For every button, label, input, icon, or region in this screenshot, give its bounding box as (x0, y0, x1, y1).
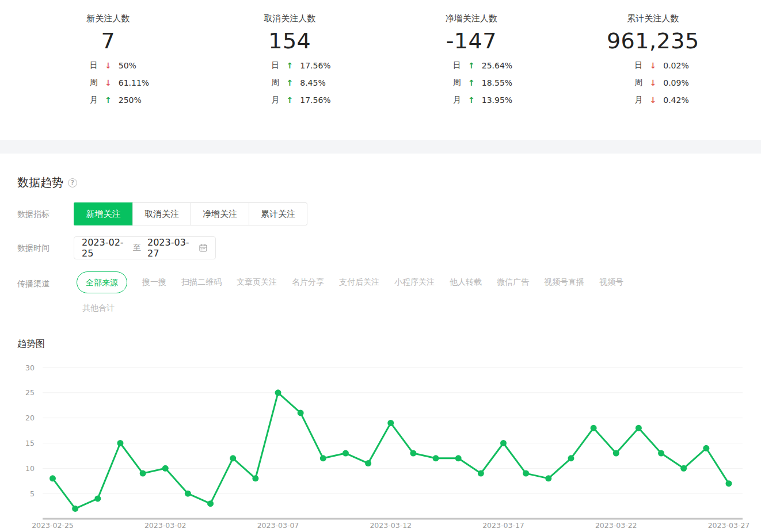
trend-arrow-icon: ↓ (104, 62, 113, 70)
help-icon[interactable]: ? (68, 178, 77, 187)
calendar-icon[interactable] (199, 243, 208, 252)
y-tick-label: 30 (25, 363, 35, 372)
change-value: 17.56% (300, 61, 330, 70)
tab-new-follow[interactable]: 新增关注 (74, 202, 133, 225)
trend-arrow-icon: ↑ (285, 79, 294, 87)
change-value: 0.42% (663, 95, 688, 105)
data-point[interactable] (500, 440, 507, 446)
period-label: 周 (90, 78, 98, 88)
data-point[interactable] (320, 455, 326, 461)
trend-arrow-icon: ↓ (648, 96, 657, 104)
stat-rows: 日 ↑ 25.64% 周 ↑ 18.55% 月 ↑ 13.95% (380, 57, 562, 109)
data-point[interactable] (298, 409, 304, 416)
channel-video[interactable]: 视频号 (599, 277, 623, 288)
trend-arrow-icon: ↓ (648, 79, 657, 87)
data-point[interactable] (230, 455, 236, 461)
data-point[interactable] (117, 440, 123, 446)
period-label: 日 (90, 60, 98, 71)
data-point[interactable] (591, 425, 597, 431)
tab-cumulative[interactable]: 累计关注 (249, 203, 307, 225)
channel-search[interactable]: 搜一搜 (142, 277, 166, 288)
channel-article-page[interactable]: 文章页关注 (237, 277, 277, 288)
data-point[interactable] (252, 475, 258, 481)
change-value: 61.11% (119, 78, 149, 87)
date-start[interactable]: 2023-02-25 (82, 237, 127, 259)
x-tick-label: 2023-03-17 (482, 521, 524, 530)
stat-row-month: 月 ↓ 0.42% (562, 91, 744, 109)
data-point[interactable] (455, 455, 462, 461)
data-point[interactable] (50, 475, 56, 481)
data-point[interactable] (568, 455, 574, 461)
data-point[interactable] (94, 495, 101, 502)
tab-unfollow[interactable]: 取消关注 (132, 203, 191, 225)
data-point[interactable] (387, 420, 394, 426)
data-point[interactable] (545, 475, 551, 481)
data-point[interactable] (185, 491, 191, 497)
period-label: 日 (271, 60, 279, 71)
trend-arrow-icon: ↓ (648, 62, 657, 70)
data-point[interactable] (680, 465, 687, 472)
stat-card-total-followers: 累计关注人数 961,235 日 ↓ 0.02% 周 ↓ 0.09% 月 ↓ 0… (562, 0, 744, 140)
data-point[interactable] (72, 506, 78, 512)
data-point[interactable] (365, 460, 371, 466)
trend-arrow-icon: ↑ (285, 96, 294, 104)
period-label: 日 (453, 60, 461, 71)
channel-others-total[interactable]: 其他合计 (82, 303, 115, 312)
data-point[interactable] (343, 450, 349, 457)
stats-overview: 新关注人数 7 日 ↓ 50% 周 ↓ 61.11% 月 ↑ 250% (0, 0, 761, 140)
change-value: 50% (119, 61, 136, 70)
data-point[interactable] (140, 470, 146, 477)
stat-title: 新关注人数 (17, 13, 199, 24)
metric-row-label: 数据指标 (17, 202, 50, 225)
stat-row-day: 日 ↑ 17.56% (199, 57, 381, 74)
data-point[interactable] (613, 450, 619, 457)
data-point[interactable] (207, 500, 214, 507)
channel-wechat-ad[interactable]: 微信广告 (497, 277, 529, 288)
trend-arrow-icon: ↑ (285, 62, 294, 70)
trend-arrow-icon: ↓ (104, 79, 113, 87)
stat-card-new-followers: 新关注人数 7 日 ↓ 50% 周 ↓ 61.11% 月 ↑ 250% (17, 0, 199, 140)
trend-line (53, 393, 729, 509)
data-point[interactable] (478, 470, 484, 477)
channel-after-payment[interactable]: 支付后关注 (339, 277, 379, 288)
data-point[interactable] (410, 450, 416, 457)
period-label: 月 (634, 95, 642, 105)
data-point[interactable] (636, 425, 642, 431)
channel-qr-scan[interactable]: 扫描二维码 (181, 277, 222, 288)
channel-mini-program[interactable]: 小程序关注 (394, 277, 435, 288)
chart-title: 趋势图 (17, 338, 45, 350)
trend-arrow-icon: ↑ (467, 79, 476, 87)
stat-title: 累计关注人数 (562, 13, 744, 24)
data-point[interactable] (162, 465, 169, 472)
change-value: 25.64% (482, 61, 512, 70)
date-end[interactable]: 2023-03-27 (147, 237, 192, 259)
x-tick-label: 2023-03-07 (257, 521, 299, 530)
change-value: 18.55% (482, 78, 512, 87)
change-value: 13.95% (482, 95, 512, 105)
date-range-picker[interactable]: 2023-02-25 至 2023-03-27 (74, 236, 216, 259)
data-point[interactable] (726, 480, 732, 487)
stat-rows: 日 ↑ 17.56% 周 ↑ 8.45% 月 ↑ 17.56% (199, 57, 381, 109)
y-tick-label: 15 (25, 439, 35, 447)
trend-arrow-icon: ↑ (467, 62, 476, 70)
followers-analytics-page: 新关注人数 7 日 ↓ 50% 周 ↓ 61.11% 月 ↑ 250% (0, 0, 761, 532)
y-tick-label: 20 (25, 414, 35, 422)
y-tick-label: 10 (25, 464, 35, 473)
channel-all-sources[interactable]: 全部来源 (77, 271, 127, 293)
trend-arrow-icon: ↑ (104, 96, 113, 104)
period-label: 周 (271, 78, 279, 88)
data-point[interactable] (433, 455, 439, 461)
data-point[interactable] (523, 470, 529, 477)
stat-value: 7 (17, 28, 199, 54)
channel-video-live[interactable]: 视频号直播 (544, 277, 584, 288)
tab-net-increase[interactable]: 净增关注 (191, 203, 249, 225)
data-point[interactable] (703, 445, 709, 451)
channel-name-card[interactable]: 名片分享 (292, 277, 324, 288)
data-point[interactable] (275, 389, 281, 396)
period-label: 月 (271, 95, 279, 105)
data-point[interactable] (658, 450, 664, 457)
change-value: 0.09% (663, 78, 688, 87)
trend-chart: 510152025302023-02-252023-03-022023-03-0… (0, 357, 761, 532)
stat-row-day: 日 ↓ 0.02% (562, 57, 744, 74)
channel-repost[interactable]: 他人转载 (450, 277, 482, 288)
